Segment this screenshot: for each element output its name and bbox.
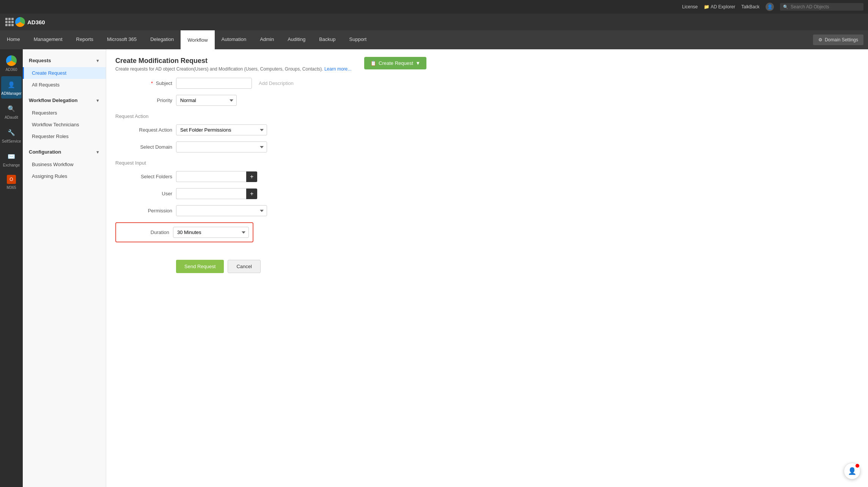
subject-row: * Subject Add Description xyxy=(115,78,426,89)
nav-workflow[interactable]: Workflow xyxy=(181,30,214,49)
sidebar-item-adaudit[interactable]: 🔍 ADaudit xyxy=(1,100,22,123)
create-request-button[interactable]: 📋 Create Request ▼ xyxy=(364,57,426,69)
nav-home[interactable]: Home xyxy=(0,30,27,49)
nav-automation[interactable]: Automation xyxy=(215,30,253,49)
nav-reports[interactable]: Reports xyxy=(69,30,101,49)
chat-icon: 👤 xyxy=(848,467,856,475)
duration-row: Duration 15 Minutes 30 Minutes 1 Hour 2 … xyxy=(115,222,253,242)
chat-bubble[interactable]: 👤 xyxy=(844,463,860,479)
requests-label: Requests xyxy=(29,58,51,63)
exchange-icon: ✉️ xyxy=(6,151,17,162)
requests-section-header[interactable]: Requests ▼ xyxy=(23,54,106,67)
description-placeholder: Add Description xyxy=(259,80,294,86)
requests-arrow: ▼ xyxy=(96,58,100,63)
nav-auditing[interactable]: Auditing xyxy=(281,30,312,49)
nav-bar: Home Management Reports Microsoft 365 De… xyxy=(0,30,868,49)
request-action-section-title: Request Action xyxy=(115,113,426,119)
request-action-row: Request Action Set Folder Permissions Cr… xyxy=(115,124,426,135)
duration-select[interactable]: 15 Minutes 30 Minutes 1 Hour 2 Hours 4 H… xyxy=(173,227,249,238)
nav-right: ⚙ Domain Settings xyxy=(813,30,868,49)
select-folders-input[interactable] xyxy=(176,171,246,182)
user-input[interactable] xyxy=(176,188,246,199)
configuration-arrow: ▼ xyxy=(96,150,100,154)
priority-label: Priority xyxy=(115,97,172,103)
gear-icon: ⚙ xyxy=(818,37,822,42)
main-content: Create Modification Request Create reque… xyxy=(106,49,868,487)
user-input-group: + xyxy=(176,188,257,199)
page-subtitle: Create requests for AD object Creation(U… xyxy=(115,66,351,72)
grid-icon[interactable] xyxy=(5,18,14,26)
page-title: Create Modification Request xyxy=(115,57,351,65)
action-buttons: Send Request Cancel xyxy=(115,260,426,273)
sidebar-item-ad360[interactable]: AD360 xyxy=(1,52,22,75)
cancel-button[interactable]: Cancel xyxy=(228,260,260,273)
top-bar-links: License 📁AD Explorer TalkBack 👤 xyxy=(682,3,774,11)
app-name: AD360 xyxy=(27,19,45,25)
select-folders-plus-button[interactable]: + xyxy=(246,171,257,182)
duration-container: Duration 15 Minutes 30 Minutes 1 Hour 2 … xyxy=(115,222,426,248)
user-label: User xyxy=(115,191,172,196)
nav-admin[interactable]: Admin xyxy=(253,30,281,49)
permission-label: Permission xyxy=(115,208,172,214)
nav-delegation[interactable]: Delegation xyxy=(143,30,181,49)
workflow-delegation-label: Workflow Delegation xyxy=(29,97,77,103)
selfservice-icon: 🔧 xyxy=(6,127,17,138)
permission-row: Permission xyxy=(115,205,426,216)
nav-requester-roles[interactable]: Requester Roles xyxy=(23,130,106,142)
learn-more-link[interactable]: Learn more... xyxy=(324,66,351,72)
page-header: Create Modification Request Create reque… xyxy=(115,57,351,72)
nav-management[interactable]: Management xyxy=(27,30,69,49)
request-input-section-title: Request Input xyxy=(115,160,426,166)
search-input[interactable] xyxy=(791,4,860,9)
adaudit-icon: 🔍 xyxy=(6,103,17,114)
request-action-select[interactable]: Set Folder Permissions Create User Modif… xyxy=(176,124,267,135)
nav-create-request[interactable]: Create Request xyxy=(23,67,106,79)
priority-select[interactable]: Low Normal High xyxy=(176,95,237,106)
nav-support[interactable]: Support xyxy=(343,30,374,49)
ad360-logo xyxy=(6,55,17,66)
page-header-row: Create Modification Request Create reque… xyxy=(115,57,426,78)
workflow-delegation-header[interactable]: Workflow Delegation ▼ xyxy=(23,94,106,107)
domain-settings-button[interactable]: ⚙ Domain Settings xyxy=(813,35,863,45)
search-bar: 🔍 xyxy=(780,3,863,11)
select-folders-input-group: + xyxy=(176,171,257,182)
nav-microsoft365[interactable]: Microsoft 365 xyxy=(100,30,143,49)
priority-row: Priority Low Normal High xyxy=(115,95,426,106)
create-request-icon: 📋 xyxy=(370,60,376,66)
select-folders-row: Select Folders + xyxy=(115,171,426,182)
talkback-link[interactable]: TalkBack xyxy=(741,4,760,9)
select-folders-label: Select Folders xyxy=(115,174,172,179)
select-domain-label: Select Domain xyxy=(115,144,172,150)
nav-assigning-rules[interactable]: Assigning Rules xyxy=(23,170,106,182)
nav-all-requests[interactable]: All Requests xyxy=(23,79,106,91)
duration-label: Duration xyxy=(120,229,169,235)
logo-circle xyxy=(15,17,25,27)
user-plus-button[interactable]: + xyxy=(246,189,257,199)
nav-backup[interactable]: Backup xyxy=(312,30,342,49)
ad-explorer-link[interactable]: 📁AD Explorer xyxy=(704,4,735,9)
send-request-button[interactable]: Send Request xyxy=(176,260,224,273)
nav-workflow-technicians[interactable]: Workflow Technicians xyxy=(23,119,106,130)
form-area: Create Modification Request Create reque… xyxy=(115,57,426,273)
nav-business-workflow[interactable]: Business Workflow xyxy=(23,159,106,170)
configuration-header[interactable]: Configuration ▼ xyxy=(23,145,106,159)
layout: AD360 👤 ADManager 🔍 ADaudit 🔧 SelfServic… xyxy=(0,49,868,487)
m365-icon: O xyxy=(7,175,16,184)
dropdown-arrow-icon: ▼ xyxy=(415,60,420,66)
top-bar: License 📁AD Explorer TalkBack 👤 🔍 xyxy=(0,0,868,14)
workflow-delegation-arrow: ▼ xyxy=(96,98,100,103)
user-row: User + xyxy=(115,188,426,199)
sidebar-item-m365[interactable]: O M365 xyxy=(1,172,22,193)
nav-requesters[interactable]: Requesters xyxy=(23,107,106,119)
icon-sidebar: AD360 👤 ADManager 🔍 ADaudit 🔧 SelfServic… xyxy=(0,49,23,487)
sidebar-item-exchange[interactable]: ✉️ Exchange xyxy=(1,148,22,170)
subject-input[interactable] xyxy=(176,78,252,89)
sidebar-item-admanager[interactable]: 👤 ADManager xyxy=(1,76,22,99)
app-logo: AD360 xyxy=(15,17,45,27)
license-link[interactable]: License xyxy=(682,4,698,9)
sidebar-item-selfservice[interactable]: 🔧 SelfService xyxy=(1,124,22,146)
permission-select[interactable] xyxy=(176,205,267,216)
required-star: * xyxy=(151,80,153,86)
select-domain-select[interactable] xyxy=(176,141,267,152)
user-avatar[interactable]: 👤 xyxy=(766,3,774,11)
